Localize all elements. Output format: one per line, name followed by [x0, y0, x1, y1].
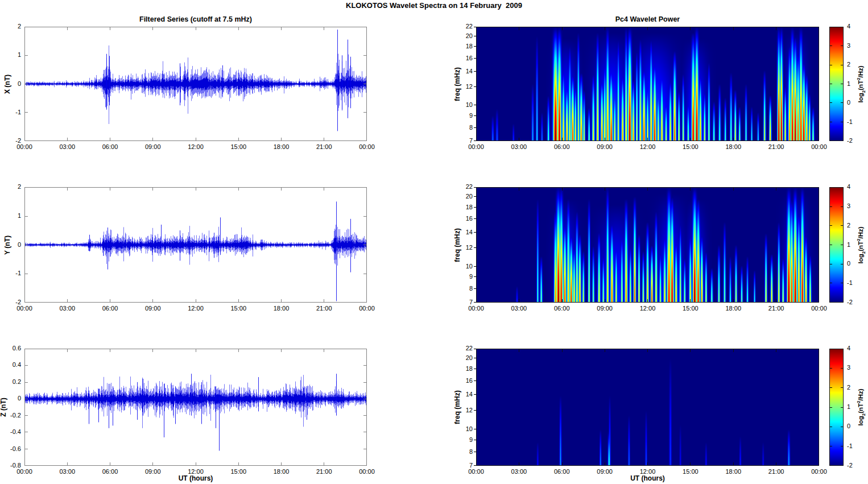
y-tick-mark	[474, 27, 476, 27]
colorbar-tick-label: 4	[847, 345, 864, 351]
colorbar-tick-label: 4	[847, 23, 864, 30]
y-tick-mark	[474, 207, 476, 208]
colorbar-label-sub: 2	[861, 413, 866, 416]
x-tick-label: 06:00	[549, 305, 575, 312]
colorbar-tick-label: 3	[847, 42, 864, 49]
y-tick-label: -0.4	[0, 428, 21, 435]
y-tick-label: 7	[450, 462, 473, 469]
y-tick-mark	[474, 369, 476, 369]
y-tick-label: 8	[450, 124, 473, 131]
x-tick-label: 12:00	[635, 143, 661, 150]
x-series-plot-canvas	[24, 27, 367, 141]
y-tick-label: -1	[0, 270, 21, 276]
x-tick-label: 03:00	[54, 305, 80, 312]
x-tick-label: 15:00	[677, 305, 704, 312]
y-tick-label: 18	[450, 365, 473, 372]
x-tick-label: 18:00	[268, 305, 295, 312]
colorbar-tick-label: -1	[847, 279, 864, 286]
colorbar-tick-label: -1	[847, 118, 864, 125]
x-series-panel: X (nT) 00:0003:0006:0009:0012:0015:0018:…	[24, 27, 367, 141]
x-tick-label: 00:00	[354, 143, 380, 150]
colorbar-tick-label: 0	[847, 260, 864, 267]
y-tick-label: 0.2	[0, 378, 21, 385]
y-tick-label: 16	[450, 215, 473, 222]
y-tick-label: 1	[0, 212, 21, 219]
y-tick-mark	[474, 196, 476, 197]
y-tick-label: 0.4	[0, 361, 21, 368]
y-tick-mark	[474, 266, 476, 267]
y-tick-mark	[474, 218, 476, 219]
y-tick-label: 10	[450, 425, 473, 432]
y-tick-label: 20	[450, 32, 473, 39]
x-wavelet-panel: freq (mHz) 00:0003:0006:0009:0012:0015:0…	[476, 27, 819, 141]
y-tick-mark	[474, 46, 476, 47]
right-x-axis-title: UT (hours)	[476, 474, 819, 482]
y-tick-mark	[474, 276, 476, 277]
colorbar-tick-label: 4	[847, 183, 864, 190]
x-tick-label: 00:00	[806, 143, 832, 150]
colorbar-tick-label: -2	[847, 299, 864, 305]
y-tick-mark	[474, 349, 476, 349]
colorbar-tick-label: 1	[847, 403, 864, 410]
x-tick-label: 00:00	[11, 143, 38, 150]
x-tick-label: 00:00	[463, 305, 489, 312]
colorbar-middle-canvas	[829, 187, 844, 303]
y-tick-label: 7	[450, 137, 473, 144]
z-series-panel: Z (nT) 00:0003:0006:0009:0012:0015:0018:…	[24, 349, 367, 466]
x-tick-label: 00:00	[463, 143, 489, 150]
x-tick-label: 06:00	[97, 143, 123, 150]
y-series-plot-canvas	[24, 187, 367, 303]
y-tick-label: 12	[450, 83, 473, 90]
colorbar-top-canvas	[829, 27, 844, 141]
y-tick-label: 18	[450, 43, 473, 49]
y-tick-label: 20	[450, 193, 473, 200]
y-tick-label: -0.6	[0, 445, 21, 452]
y-tick-mark	[474, 36, 476, 36]
y-tick-label: 18	[450, 204, 473, 210]
colorbar-middle: log2(nT2/Hz) 43210-1-2	[829, 187, 844, 303]
y-tick-mark	[474, 288, 476, 289]
y-tick-label: 1	[0, 51, 21, 58]
x-tick-label: 15:00	[225, 143, 251, 150]
y-tick-label: 16	[450, 55, 473, 61]
x-tick-label: 21:00	[763, 305, 790, 312]
y-tick-mark	[474, 410, 476, 411]
x-tick-label: 09:00	[592, 143, 618, 150]
y-tick-label: 10	[450, 263, 473, 270]
y-tick-mark	[474, 247, 476, 248]
colorbar-tick-label: 2	[847, 61, 864, 68]
y-tick-label: 14	[450, 229, 473, 235]
y-tick-mark	[474, 394, 476, 395]
y-tick-label: 2	[0, 183, 21, 190]
x-tick-label: 03:00	[506, 143, 532, 150]
y-tick-mark	[474, 429, 476, 429]
x-wavelet-spectrogram-canvas	[476, 27, 819, 141]
colorbar-tick-label: 1	[847, 80, 864, 87]
x-tick-label: 06:00	[97, 305, 123, 312]
colorbar-tick-label: 3	[847, 202, 864, 209]
x-tick-label: 00:00	[806, 305, 832, 312]
y-tick-label: -1	[0, 109, 21, 115]
x-tick-label: 03:00	[54, 143, 80, 150]
y-tick-mark	[474, 105, 476, 105]
x-tick-label: 15:00	[677, 143, 704, 150]
y-tick-label: 10	[450, 101, 473, 108]
colorbar-label-sub: 2	[861, 90, 866, 92]
x-tick-label: 06:00	[549, 143, 575, 150]
y-tick-mark	[474, 440, 476, 440]
y-tick-mark	[474, 358, 476, 358]
y-tick-mark	[474, 58, 476, 59]
colorbar-tick-label: 1	[847, 241, 864, 248]
y-tick-label: 8	[450, 285, 473, 292]
z-wavelet-panel: freq (mHz) 00:0003:0006:0009:0012:0015:0…	[476, 349, 819, 466]
y-wavelet-spectrogram-canvas	[476, 187, 819, 303]
colorbar-bottom-canvas	[829, 349, 844, 466]
y-tick-mark	[474, 127, 476, 128]
colorbar-tick-label: -1	[847, 442, 864, 449]
y-tick-label: 22	[450, 23, 473, 30]
y-tick-label: 22	[450, 345, 473, 351]
colorbar-tick-label: 0	[847, 423, 864, 429]
figure-title: KLOKOTOS Wavelet Spectra on 14 February …	[0, 1, 868, 10]
y-tick-mark	[474, 140, 476, 141]
colorbar-tick-label: 3	[847, 364, 864, 371]
